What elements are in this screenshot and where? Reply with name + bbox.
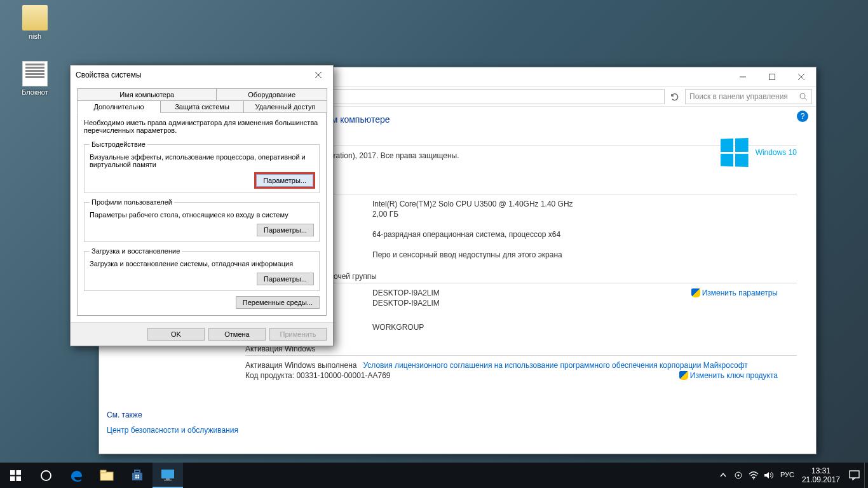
- taskbar-control-panel[interactable]: [153, 463, 183, 488]
- fieldset-text: Параметры рабочего стола, относящиеся ко…: [90, 211, 314, 219]
- show-desktop-button[interactable]: [864, 463, 868, 488]
- svg-rect-23: [164, 480, 172, 481]
- refresh-button[interactable]: [667, 89, 682, 104]
- tab-advanced[interactable]: Дополнительно: [77, 100, 161, 113]
- apply-button[interactable]: Применить: [269, 328, 327, 341]
- svg-rect-9: [16, 470, 21, 475]
- fieldset-legend: Профили пользователей: [90, 198, 174, 206]
- search-icon: [799, 93, 808, 101]
- tray-location-icon[interactable]: [731, 463, 746, 488]
- tab-computer-name[interactable]: Имя компьютера: [77, 88, 217, 101]
- system-tray: РУС 13:31 21.09.2017: [715, 463, 868, 488]
- change-product-key-link[interactable]: Изменить ключ продукта: [679, 371, 778, 380]
- text-file-icon: [22, 61, 48, 86]
- tray-time: 13:31: [802, 466, 840, 475]
- taskbar-cortana[interactable]: [31, 463, 61, 488]
- performance-settings-button[interactable]: Параметры...: [255, 173, 314, 187]
- activation-status: Активация Windows выполнена: [245, 361, 356, 370]
- close-button[interactable]: [787, 67, 816, 86]
- workgroup-value: WORKGROUP: [372, 323, 797, 332]
- tray-network-icon[interactable]: [746, 463, 761, 488]
- tray-date: 21.09.2017: [802, 475, 840, 484]
- search-input[interactable]: Поиск в панели управления: [685, 89, 812, 104]
- startup-fieldset: Загрузка и восстановление Загрузка и вос…: [84, 247, 320, 291]
- dialog-titlebar: Свойства системы: [71, 65, 333, 85]
- svg-rect-13: [100, 472, 113, 480]
- desktop-icon-label: Блокнот: [13, 88, 57, 96]
- fieldset-legend: Быстродействие: [90, 140, 147, 148]
- product-key-value: 00331-10000-00001-AA769: [296, 371, 390, 380]
- license-link[interactable]: Условия лицензионного соглашения на испо…: [363, 361, 747, 370]
- svg-rect-27: [850, 471, 859, 478]
- minimize-button[interactable]: [728, 67, 757, 86]
- tray-clock[interactable]: 13:31 21.09.2017: [798, 466, 844, 485]
- desktop-icon-notepad[interactable]: Блокнот: [13, 61, 57, 96]
- svg-point-4: [800, 93, 805, 98]
- performance-fieldset: Быстродействие Визуальные эффекты, испол…: [84, 140, 320, 193]
- svg-point-26: [753, 478, 754, 480]
- tab-hardware[interactable]: Оборудование: [216, 88, 327, 101]
- svg-point-12: [41, 471, 51, 480]
- start-button[interactable]: [0, 463, 31, 488]
- windows-logo-icon: [721, 138, 749, 167]
- admin-note: Необходимо иметь права администратора дл…: [84, 119, 320, 134]
- svg-rect-22: [166, 478, 170, 480]
- shield-icon: [691, 288, 700, 297]
- fieldset-text: Визуальные эффекты, использование процес…: [90, 153, 314, 168]
- dialog-close-button[interactable]: [309, 68, 328, 82]
- svg-rect-18: [138, 475, 140, 477]
- svg-rect-8: [10, 470, 15, 475]
- taskbar: РУС 13:31 21.09.2017: [0, 463, 868, 488]
- profiles-settings-button[interactable]: Параметры...: [257, 224, 314, 236]
- taskbar-explorer[interactable]: [92, 463, 122, 488]
- svg-rect-1: [770, 74, 775, 80]
- svg-rect-17: [135, 475, 137, 477]
- system-type-value: 64-разрядная операционная система, проце…: [372, 230, 797, 239]
- environment-variables-button[interactable]: Переменные среды...: [236, 296, 320, 309]
- tab-protection[interactable]: Защита системы: [160, 100, 244, 113]
- taskbar-edge[interactable]: [61, 463, 92, 488]
- taskbar-store[interactable]: [122, 463, 153, 488]
- tab-content-advanced: Необходимо иметь права администратора дл…: [77, 112, 327, 316]
- system-properties-dialog: Свойства системы Имя компьютера Оборудов…: [70, 65, 334, 346]
- dialog-footer: OK Отмена Применить: [71, 322, 333, 346]
- svg-rect-21: [161, 470, 174, 478]
- see-also-link[interactable]: Центр безопасности и обслуживания: [107, 423, 238, 437]
- svg-line-5: [804, 98, 807, 100]
- fieldset-text: Загрузка и восстановление системы, отлад…: [90, 260, 314, 268]
- svg-rect-10: [10, 476, 15, 481]
- shield-icon: [679, 371, 688, 380]
- see-also-section: См. также Центр безопасности и обслужива…: [107, 410, 238, 437]
- svg-rect-20: [138, 477, 140, 479]
- ok-button[interactable]: OK: [147, 328, 205, 341]
- cpu-value: Intel(R) Core(TM)2 Solo CPU U3500 @ 1.40…: [372, 200, 797, 208]
- search-placeholder: Поиск в панели управления: [689, 92, 788, 101]
- tray-language[interactable]: РУС: [776, 471, 798, 479]
- windows-logo-text: Windows 10: [756, 148, 797, 157]
- svg-point-25: [737, 475, 739, 477]
- see-also-header: См. также: [107, 410, 238, 419]
- tray-action-center-icon[interactable]: [844, 463, 864, 488]
- svg-rect-19: [135, 477, 137, 479]
- profiles-fieldset: Профили пользователей Параметры рабочего…: [84, 198, 320, 242]
- product-key-label: Код продукта:: [245, 371, 294, 380]
- svg-rect-15: [132, 473, 142, 480]
- cancel-button[interactable]: Отмена: [208, 328, 266, 341]
- maximize-button[interactable]: [757, 67, 787, 86]
- startup-settings-button[interactable]: Параметры...: [257, 273, 314, 285]
- full-name-value: DESKTOP-I9A2LIM: [372, 299, 797, 308]
- svg-rect-11: [16, 476, 21, 481]
- touch-value: Перо и сенсорный ввод недоступны для это…: [372, 250, 797, 259]
- desktop-icon-folder[interactable]: nish: [13, 5, 57, 40]
- windows-logo: Windows 10: [720, 139, 797, 166]
- change-settings-link[interactable]: Изменить параметры: [691, 288, 778, 297]
- folder-icon: [22, 5, 48, 30]
- fieldset-legend: Загрузка и восстановление: [90, 247, 182, 255]
- tab-remote[interactable]: Удаленный доступ: [243, 100, 327, 113]
- tray-overflow-icon[interactable]: [715, 463, 731, 488]
- tab-strip: Имя компьютера Оборудование Дополнительн…: [77, 88, 327, 112]
- tray-volume-icon[interactable]: [761, 463, 776, 488]
- svg-rect-16: [135, 470, 140, 473]
- desktop-icon-label: nish: [13, 32, 57, 40]
- dialog-title: Свойства системы: [76, 71, 142, 79]
